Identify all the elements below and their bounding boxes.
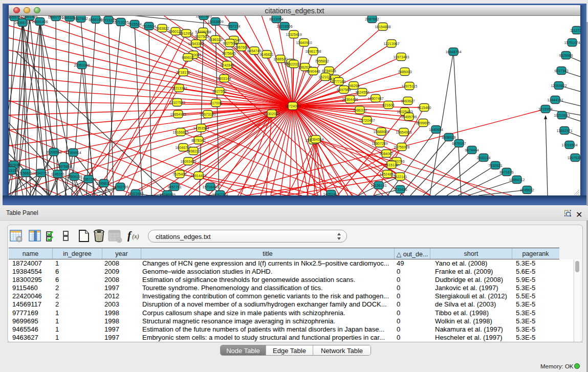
- svg-text:16648754: 16648754: [445, 50, 461, 54]
- svg-text:19218506: 19218506: [276, 25, 292, 28]
- svg-text:6899695: 6899695: [416, 121, 430, 125]
- svg-text:16154838: 16154838: [375, 25, 390, 29]
- svg-text:13692971: 13692971: [556, 129, 572, 133]
- svg-text:3215958: 3215958: [538, 107, 552, 111]
- svg-text:20206551: 20206551: [46, 150, 61, 154]
- svg-text:17957255: 17957255: [80, 178, 96, 181]
- svg-text:9777169: 9777169: [332, 80, 345, 83]
- svg-text:16033809: 16033809: [207, 20, 223, 24]
- svg-text:9227343: 9227343: [554, 69, 568, 73]
- svg-text:8813054: 8813054: [269, 17, 283, 21]
- svg-text:13640910: 13640910: [296, 41, 312, 45]
- svg-text:20364436: 20364436: [342, 98, 358, 101]
- svg-text:3875645: 3875645: [222, 52, 235, 55]
- svg-text:12444151: 12444151: [547, 98, 563, 102]
- svg-text:12213382: 12213382: [171, 86, 187, 90]
- svg-text:10107533: 10107533: [169, 101, 185, 104]
- svg-text:18807289: 18807289: [372, 142, 387, 145]
- svg-text:19166825: 19166825: [172, 130, 188, 134]
- svg-text:15720407: 15720407: [359, 119, 375, 122]
- svg-text:20053346: 20053346: [74, 63, 90, 67]
- svg-text:18575061: 18575061: [9, 163, 22, 167]
- svg-text:12213967: 12213967: [383, 42, 399, 46]
- svg-text:f: f: [127, 229, 132, 242]
- svg-text:16782759: 16782759: [112, 185, 128, 189]
- svg-text:6497568: 6497568: [337, 88, 351, 92]
- svg-text:11062344: 11062344: [212, 193, 228, 196]
- svg-text:9115460: 9115460: [418, 106, 431, 110]
- svg-text:14051417: 14051417: [323, 192, 339, 196]
- svg-text:8186323: 8186323: [208, 38, 222, 41]
- svg-text:16961758: 16961758: [305, 50, 321, 53]
- svg-text:417006: 417006: [210, 101, 222, 105]
- svg-text:1733426: 1733426: [393, 188, 407, 191]
- svg-text:8990448: 8990448: [306, 70, 320, 73]
- svg-text:10958117: 10958117: [96, 182, 112, 185]
- svg-text:18724007: 18724007: [285, 104, 300, 108]
- svg-text:13325419: 13325419: [286, 33, 301, 36]
- svg-text:13975887: 13975887: [56, 165, 72, 168]
- svg-text:16914479: 16914479: [190, 174, 206, 178]
- svg-text:11675312: 11675312: [568, 156, 580, 160]
- svg-text:7663822: 7663822: [155, 27, 169, 30]
- svg-text:8938918: 8938918: [442, 136, 455, 139]
- svg-text:19384554: 19384554: [308, 138, 323, 141]
- svg-text:16543362: 16543362: [188, 42, 204, 46]
- svg-text:7632621: 7632621: [488, 164, 502, 167]
- svg-text:20691406: 20691406: [32, 20, 48, 24]
- svg-text:1112721: 1112721: [570, 29, 580, 32]
- svg-text:989612: 989612: [182, 56, 193, 59]
- svg-text:12923445: 12923445: [127, 192, 143, 195]
- svg-text:9329966: 9329966: [559, 54, 573, 57]
- svg-text:19654923: 19654923: [396, 130, 411, 134]
- svg-text:9457791: 9457791: [167, 185, 181, 189]
- svg-text:7955812: 7955812: [315, 59, 329, 63]
- svg-text:10654112: 10654112: [509, 178, 525, 182]
- svg-text:10688609: 10688609: [373, 130, 389, 134]
- svg-text:9245612: 9245612: [520, 188, 534, 192]
- svg-text:1527602: 1527602: [74, 17, 88, 20]
- svg-text:1145151: 1145151: [51, 172, 65, 176]
- svg-text:9463627: 9463627: [401, 99, 415, 103]
- svg-text:1640954: 1640954: [429, 128, 443, 132]
- svg-text:23302023: 23302023: [264, 112, 279, 116]
- svg-text:2933114: 2933114: [477, 156, 491, 160]
- svg-text:2718170: 2718170: [176, 71, 190, 74]
- svg-text:14353584: 14353584: [193, 126, 209, 130]
- svg-text:12505135: 12505135: [66, 175, 82, 179]
- svg-text:9084067: 9084067: [379, 152, 393, 156]
- svg-text:7515524: 7515524: [127, 23, 141, 26]
- svg-text:2487682: 2487682: [365, 17, 379, 21]
- svg-text:8912954: 8912954: [179, 32, 193, 35]
- svg-text:7986372: 7986372: [353, 108, 366, 112]
- svg-text:16093459: 16093459: [180, 160, 196, 163]
- svg-text:6479197: 6479197: [452, 142, 466, 145]
- svg-text:7515524: 7515524: [142, 25, 156, 28]
- svg-text:9327503: 9327503: [223, 41, 236, 45]
- svg-text:6794028: 6794028: [322, 69, 336, 73]
- svg-text:12093822: 12093822: [551, 84, 567, 87]
- svg-text:19654935: 19654935: [170, 113, 186, 116]
- svg-text:3915154: 3915154: [9, 169, 18, 172]
- svg-text:9146821: 9146821: [259, 53, 273, 56]
- svg-text:17016504: 17016504: [561, 143, 577, 147]
- svg-text:10973493: 10973493: [393, 55, 409, 59]
- svg-text:9327503: 9327503: [194, 35, 208, 38]
- svg-text:16713155: 16713155: [113, 20, 128, 24]
- svg-text:1588520: 1588520: [273, 57, 287, 61]
- svg-text:24055724: 24055724: [9, 16, 23, 19]
- svg-text:8471676: 8471676: [499, 170, 513, 174]
- svg-text:7485003: 7485003: [398, 70, 411, 74]
- svg-text:8878342: 8878342: [191, 139, 205, 142]
- svg-text:(x): (x): [132, 233, 139, 240]
- svg-text:621600: 621600: [382, 103, 394, 107]
- svg-text:2967608: 2967608: [234, 46, 248, 49]
- svg-text:x: x: [118, 238, 120, 243]
- svg-text:8454749: 8454749: [247, 49, 261, 53]
- svg-text:10210643: 10210643: [554, 114, 570, 117]
- svg-text:9242848: 9242848: [220, 63, 234, 67]
- svg-text:15751074: 15751074: [564, 41, 580, 45]
- svg-text:18246999: 18246999: [159, 193, 175, 196]
- svg-text:24055724: 24055724: [14, 21, 30, 25]
- svg-text:16495796: 16495796: [401, 115, 417, 119]
